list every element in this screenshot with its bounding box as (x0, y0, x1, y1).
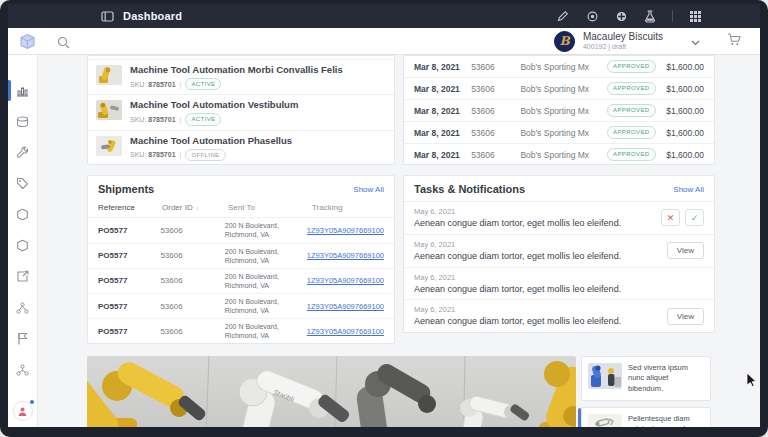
sidebar-item-dashboard[interactable] (8, 75, 37, 106)
col-sent-to[interactable]: Sent To (228, 203, 312, 213)
order-row[interactable]: Mar 8, 2021 53606 Bob's Sporting Mx APPR… (404, 56, 714, 78)
status-badge: APPROVED (607, 82, 656, 94)
news-item[interactable]: Pellentesque diam volutpat commodo (581, 407, 711, 427)
shipment-sent-to: 200 N Boulevard, Richmond, VA (225, 272, 307, 290)
sidebar-item-export[interactable] (8, 261, 37, 292)
orders-panel: Mar 8, 2021 53606 Bob's Sporting Mx APPR… (403, 55, 715, 165)
page-title: Dashboard (123, 10, 182, 22)
order-row[interactable]: Mar 8, 2021 53606 Bob's Sporting Mx APPR… (404, 122, 714, 144)
flag-icon (17, 332, 28, 345)
news-list: Sed viverra ipsum nunc aliquet bibendum.… (581, 356, 711, 427)
sidebar-item-catalog[interactable] (8, 106, 37, 137)
sidebar-item-hierarchy[interactable] (8, 292, 37, 323)
product-list-item[interactable]: Machine Tool Automation Vestibulum SKU: … (88, 95, 394, 130)
shipment-reference: PO5577 (98, 302, 160, 311)
apps-grid-icon[interactable] (688, 9, 702, 23)
task-item: May 6, 2021 Aenean congue diam tortor, e… (404, 299, 714, 332)
shipment-order-id: 53606 (160, 276, 224, 285)
status-badge: APPROVED (607, 148, 656, 160)
shipment-reference: PO5577 (98, 276, 160, 285)
order-id: 53606 (471, 106, 520, 116)
order-customer: Bob's Sporting Mx (520, 106, 607, 116)
news-item[interactable]: Sed viverra ipsum nunc aliquet bibendum. (581, 356, 711, 400)
shipment-row[interactable]: PO5577 53606 200 N Boulevard, Richmond, … (88, 218, 394, 243)
avatar[interactable]: B (554, 31, 575, 52)
product-title: Machine Tool Automation Vestibulum (130, 100, 298, 111)
news-text: Pellentesque diam volutpat commodo (628, 414, 704, 427)
target-icon[interactable] (614, 9, 628, 23)
shipment-row[interactable]: PO5577 53606 200 N Boulevard, Richmond, … (88, 269, 394, 294)
news-thumbnail (588, 414, 622, 427)
shipments-title: Shipments (98, 183, 154, 195)
task-text: Aenean congue diam tortor, eget mollis l… (414, 316, 621, 327)
scrollbar-thumb[interactable] (578, 408, 581, 427)
chevron-down-icon[interactable] (691, 32, 700, 50)
order-id: 53606 (471, 84, 520, 94)
order-customer: Bob's Sporting Mx (520, 84, 607, 94)
shipments-panel: Shipments Show All Reference Order ID↓ S… (87, 175, 395, 344)
product-list-item[interactable]: Machine Tool Automation Phasellus SKU: 8… (88, 131, 394, 165)
tracking-link[interactable]: 1Z93Y05A9097669100 (307, 302, 384, 311)
col-reference[interactable]: Reference (98, 203, 162, 213)
box-logo-icon[interactable] (19, 33, 36, 50)
tracking-link[interactable]: 1Z93Y05A9097669100 (307, 251, 384, 260)
task-date: May 6, 2021 (414, 207, 621, 216)
sidebar (8, 55, 38, 427)
package-icon (16, 208, 29, 221)
col-order-id[interactable]: Order ID↓ (162, 203, 228, 213)
order-row[interactable]: Mar 8, 2021 53606 Bob's Sporting Mx APPR… (404, 144, 714, 165)
shipment-sent-to: 200 N Boulevard, Richmond, VA (225, 322, 307, 340)
product-list-item[interactable]: Machine Tool Automation Morbi Convallis … (88, 60, 394, 95)
sidebar-item-inventory[interactable] (8, 230, 37, 261)
task-text: Aenean congue diam tortor, eget mollis l… (414, 284, 621, 295)
shipment-order-id: 53606 (160, 302, 224, 311)
view-button[interactable]: View (667, 308, 704, 325)
product-thumbnail (96, 136, 122, 156)
reject-button[interactable]: ✕ (661, 209, 680, 226)
pencil-icon[interactable] (556, 9, 570, 23)
search-icon[interactable] (57, 35, 70, 48)
tracking-link[interactable]: 1Z93Y05A9097669100 (307, 226, 384, 235)
shipment-sent-to: 200 N Boulevard, Richmond, VA (225, 221, 307, 239)
status-badge: OFFLINE (185, 149, 225, 161)
cart-icon[interactable] (727, 32, 741, 50)
shipment-row[interactable]: PO5577 53606 200 N Boulevard, Richmond, … (88, 294, 394, 319)
user-info[interactable]: Macauley Biscuits 400192 | draft (583, 31, 663, 51)
sidebar-item-pricing[interactable] (8, 168, 37, 199)
archive-icon (16, 116, 29, 128)
order-date: Mar 8, 2021 (414, 128, 471, 138)
tracking-link[interactable]: 1Z93Y05A9097669100 (307, 276, 384, 285)
task-item: May 6, 2021 Aenean congue diam tortor, e… (404, 234, 714, 267)
order-row[interactable]: Mar 8, 2021 53606 Bob's Sporting Mx APPR… (404, 78, 714, 100)
sidebar-item-org[interactable] (8, 354, 37, 385)
order-total: $1,600.00 (666, 150, 704, 160)
flask-icon[interactable] (643, 9, 657, 23)
order-customer: Bob's Sporting Mx (520, 150, 607, 160)
sidebar-item-tools[interactable] (8, 137, 37, 168)
tasks-show-all-link[interactable]: Show All (673, 185, 704, 194)
navbar-divider (672, 10, 673, 22)
col-tracking[interactable]: Tracking (312, 203, 384, 213)
gear-icon[interactable] (585, 9, 599, 23)
task-date: May 6, 2021 (414, 273, 621, 282)
tracking-link[interactable]: 1Z93Y05A9097669100 (307, 327, 384, 336)
approve-button[interactable]: ✓ (685, 209, 704, 226)
view-button[interactable]: View (667, 242, 704, 259)
sidebar-item-flags[interactable] (8, 323, 37, 354)
top-navbar: Dashboard (8, 4, 760, 28)
task-date: May 6, 2021 (414, 305, 621, 314)
sidebar-toggle-icon[interactable] (100, 9, 114, 23)
shipments-show-all-link[interactable]: Show All (353, 185, 384, 194)
order-customer: Bob's Sporting Mx (520, 62, 607, 72)
shipment-row[interactable]: PO5577 53606 200 N Boulevard, Richmond, … (88, 244, 394, 269)
sitemap-icon (16, 302, 29, 314)
task-text: Aenean congue diam tortor, eget mollis l… (414, 251, 621, 262)
user-meta: 400192 | draft (583, 43, 663, 51)
shipment-row[interactable]: PO5577 53606 200 N Boulevard, Richmond, … (88, 319, 394, 343)
sidebar-account-button[interactable] (13, 401, 33, 421)
order-row[interactable]: Mar 8, 2021 53606 Bob's Sporting Mx APPR… (404, 100, 714, 122)
order-date: Mar 8, 2021 (414, 84, 471, 94)
order-total: $1,600.00 (666, 62, 704, 72)
sidebar-item-orders[interactable] (8, 199, 37, 230)
product-title: Machine Tool Automation Phasellus (130, 136, 292, 147)
